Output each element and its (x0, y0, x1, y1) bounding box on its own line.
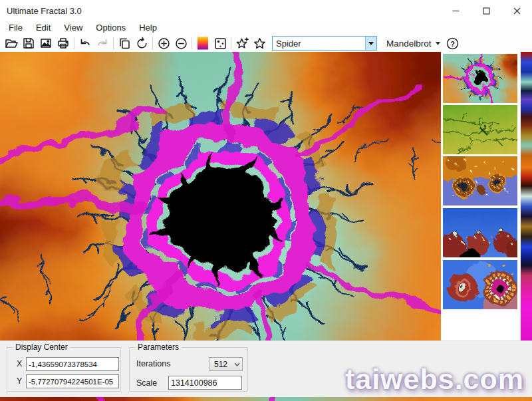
parameters-title: Parameters (135, 342, 182, 352)
close-icon (513, 7, 521, 15)
formula-menu-button[interactable]: Mandelbrot (386, 39, 440, 49)
add-favorite-button[interactable] (233, 35, 251, 51)
zoom-out-icon (174, 37, 188, 51)
fractal-thumbnail-2[interactable] (443, 105, 517, 154)
save-icon (22, 37, 35, 50)
help-circle-icon: ? (446, 37, 459, 50)
zoom-in-button[interactable] (155, 35, 172, 51)
toolbar: Spider Mandelbrot ? (0, 35, 532, 52)
redo-icon (96, 37, 109, 50)
parameters-group: Parameters Iterations 512 Scale (129, 347, 248, 392)
image-icon (39, 37, 53, 50)
toolbar-separator (231, 37, 231, 49)
fractal-type-value: Spider (273, 39, 365, 49)
menu-view[interactable]: View (57, 21, 89, 35)
menu-help[interactable]: Help (132, 21, 164, 35)
zoom-in-icon (157, 37, 171, 51)
undo-icon (78, 37, 92, 50)
dice-icon (213, 37, 227, 51)
zoom-out-button[interactable] (172, 35, 190, 51)
fractal-thumbnail-3[interactable] (443, 156, 517, 205)
menu-bar: File Edit View Options Help (0, 21, 532, 35)
open-file-button[interactable] (3, 35, 20, 51)
x-coordinate-input[interactable] (26, 357, 119, 371)
open-folder-icon (5, 37, 18, 50)
maximize-button[interactable] (471, 0, 501, 21)
watermark: taiwebs.com (345, 363, 524, 396)
x-label: X (17, 359, 22, 368)
fractal-thumbnail-4[interactable] (443, 208, 517, 257)
window-title: Ultimate Fractal 3.0 (0, 6, 82, 16)
fractal-thumbnail-1[interactable] (443, 54, 517, 103)
combobox-dropdown-button[interactable] (365, 37, 376, 50)
chevron-down-icon (231, 362, 242, 366)
formula-menu-label: Mandelbrot (386, 39, 432, 49)
y-label: Y (17, 376, 22, 386)
help-button[interactable]: ? (446, 37, 460, 50)
copy-button[interactable] (116, 35, 133, 51)
close-button[interactable] (501, 0, 532, 21)
preview-sidebar (441, 52, 532, 340)
scale-label: Scale (136, 378, 157, 388)
random-fractal-button[interactable] (211, 35, 229, 51)
maximize-icon (483, 7, 490, 15)
toolbar-separator (113, 37, 114, 49)
refresh-icon (135, 37, 149, 51)
print-button[interactable] (55, 35, 72, 51)
iterations-select[interactable]: 512 (209, 357, 243, 371)
gradient-picker-button[interactable] (194, 35, 211, 51)
favorites-button[interactable] (251, 35, 268, 51)
iterations-value: 512 (209, 360, 231, 369)
main-content: Display Center X Y Parameters Iterations… (0, 52, 532, 401)
undo-button[interactable] (76, 35, 94, 51)
toolbar-separator (152, 37, 153, 49)
menu-edit[interactable]: Edit (29, 21, 57, 35)
redo-button[interactable] (94, 35, 111, 51)
toolbar-separator (192, 37, 192, 49)
chevron-down-icon (368, 42, 374, 45)
minimize-icon (452, 7, 460, 15)
save-button[interactable] (20, 35, 37, 51)
star-icon (253, 37, 267, 51)
gradient-swatch-icon (196, 36, 210, 51)
svg-text:?: ? (450, 39, 455, 47)
copy-icon (118, 37, 131, 50)
star-plus-icon (235, 37, 249, 51)
fractal-thumbnail-5[interactable] (443, 260, 517, 309)
display-center-group: Display Center X Y (7, 347, 121, 392)
fractal-type-combobox[interactable]: Spider (272, 36, 377, 51)
app-window: Ultimate Fractal 3.0 File Edit View Opti… (0, 0, 532, 401)
display-center-title: Display Center (13, 342, 70, 352)
menu-options[interactable]: Options (89, 21, 132, 35)
toolbar-separator (74, 37, 74, 49)
minimize-button[interactable] (440, 0, 471, 21)
gradient-palette-strip[interactable] (521, 52, 532, 340)
export-image-button[interactable] (37, 35, 55, 51)
refresh-button[interactable] (133, 35, 150, 51)
title-bar[interactable]: Ultimate Fractal 3.0 (0, 0, 532, 21)
chevron-down-icon (436, 42, 440, 45)
y-coordinate-input[interactable] (26, 374, 119, 388)
scale-input[interactable] (168, 376, 242, 390)
iterations-label: Iterations (136, 359, 170, 368)
menu-file[interactable]: File (2, 21, 29, 35)
printer-icon (57, 37, 70, 50)
